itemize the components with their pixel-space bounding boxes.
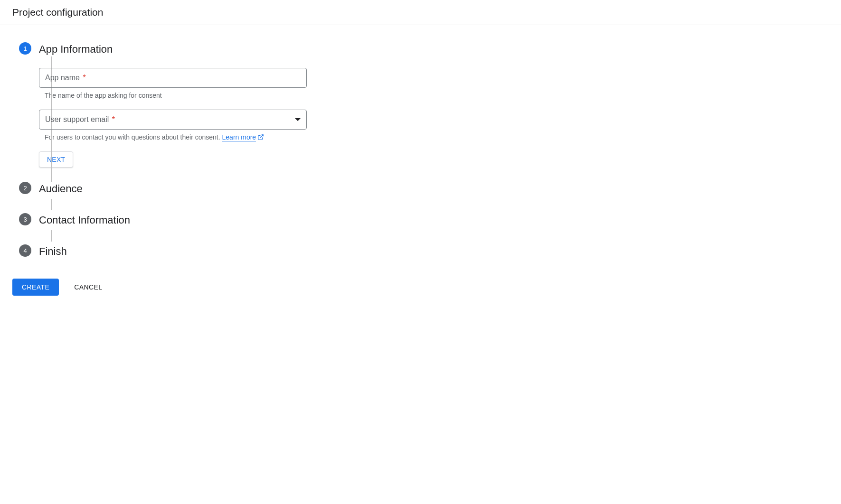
support-email-helper: For users to contact you with questions … <box>39 133 307 141</box>
stepper: 1 App Information App name * The name of… <box>12 42 829 259</box>
field-app-name: App name * The name of the app asking fo… <box>39 68 307 99</box>
chevron-down-icon <box>295 118 301 121</box>
create-button[interactable]: CREATE <box>12 279 59 296</box>
step-connector <box>51 230 52 242</box>
field-support-email: User support email * For users to contac… <box>39 110 307 141</box>
cancel-button[interactable]: CANCEL <box>72 279 104 296</box>
step-title-app-information: App Information <box>39 43 113 56</box>
step-title-contact-information[interactable]: Contact Information <box>39 214 130 226</box>
app-name-input[interactable] <box>88 74 301 82</box>
step-connector <box>51 199 52 210</box>
support-email-select[interactable]: User support email * <box>39 110 307 130</box>
next-button[interactable]: NEXT <box>39 151 73 168</box>
footer-actions: CREATE CANCEL <box>12 279 829 296</box>
step-finish: 4 Finish <box>12 244 829 259</box>
svg-line-0 <box>260 135 263 138</box>
step-badge-2: 2 <box>19 182 31 194</box>
app-name-helper: The name of the app asking for consent <box>39 92 307 99</box>
learn-more-link[interactable]: Learn more <box>222 133 256 141</box>
step-badge-1: 1 <box>19 42 31 55</box>
support-email-label: User support email * <box>45 115 115 124</box>
step-audience: 2 Audience <box>12 182 829 213</box>
step-title-audience[interactable]: Audience <box>39 183 83 195</box>
external-link-icon <box>257 134 264 140</box>
step-title-finish[interactable]: Finish <box>39 245 67 258</box>
app-name-input-wrapper[interactable]: App name * <box>39 68 307 88</box>
step-badge-3: 3 <box>19 213 31 225</box>
step-app-information: 1 App Information App name * The name of… <box>12 42 829 182</box>
required-mark: * <box>112 115 115 123</box>
step-badge-4: 4 <box>19 244 31 257</box>
app-name-label: App name * <box>45 74 86 82</box>
required-mark: * <box>83 74 85 82</box>
step-contact-information: 3 Contact Information <box>12 213 829 244</box>
page-title: Project configuration <box>0 0 841 25</box>
